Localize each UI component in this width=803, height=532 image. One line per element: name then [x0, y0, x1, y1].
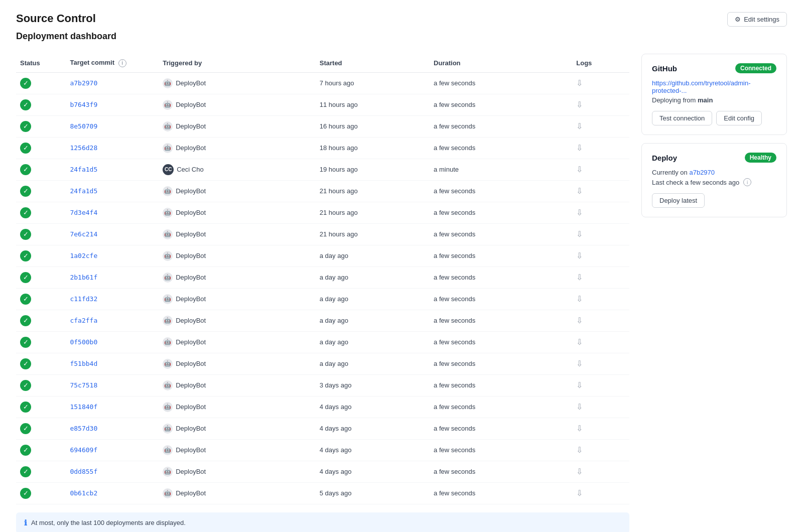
triggered-by-name: DeployBot — [176, 446, 206, 454]
success-icon: ✓ — [20, 423, 31, 434]
section-title: Deployment dashboard — [16, 31, 787, 42]
commit-link[interactable]: c11fd32 — [70, 295, 97, 303]
status-cell: ✓ — [16, 115, 66, 137]
commit-cell: 24fa1d5 — [66, 159, 159, 180]
success-icon: ✓ — [20, 272, 31, 283]
status-cell: ✓ — [16, 137, 66, 159]
commit-cell: e857d30 — [66, 418, 159, 439]
triggered-by-cell: 🤖DeployBot — [159, 202, 316, 223]
deploy-latest-button[interactable]: Deploy latest — [652, 193, 705, 208]
download-log-icon[interactable]: ⇩ — [576, 100, 583, 109]
logs-cell: ⇩ — [572, 267, 629, 288]
download-log-icon[interactable]: ⇩ — [576, 251, 583, 260]
status-cell: ✓ — [16, 418, 66, 439]
table-row: ✓cfa2ffa🤖DeployBota day agoa few seconds… — [16, 310, 629, 331]
download-log-icon[interactable]: ⇩ — [576, 489, 583, 497]
commit-link[interactable]: 1a02cfe — [70, 252, 97, 259]
started-cell: 18 hours ago — [316, 137, 430, 159]
github-repo-link[interactable]: https://github.com/tryretool/admin-prote… — [652, 79, 776, 94]
commit-link[interactable]: 24fa1d5 — [70, 166, 97, 173]
table-row: ✓24fa1d5CCCeci Cho19 hours agoa minute⇩ — [16, 159, 629, 180]
commit-link[interactable]: 7e6c214 — [70, 230, 97, 238]
download-log-icon[interactable]: ⇩ — [576, 79, 583, 87]
download-log-icon[interactable]: ⇩ — [576, 359, 583, 368]
commit-link[interactable]: 694609f — [70, 446, 97, 454]
download-log-icon[interactable]: ⇩ — [576, 273, 583, 282]
commit-link[interactable]: 2b1b61f — [70, 274, 97, 281]
success-icon: ✓ — [20, 445, 31, 456]
started-cell: 21 hours ago — [316, 202, 430, 223]
started-cell: a day ago — [316, 310, 430, 331]
deployments-table: Status Target commit i Triggered by Star… — [16, 54, 629, 504]
commit-link[interactable]: 0b61cb2 — [70, 489, 97, 497]
commit-link[interactable]: a7b2970 — [70, 79, 97, 87]
success-icon: ✓ — [20, 294, 31, 305]
status-cell: ✓ — [16, 72, 66, 94]
download-log-icon[interactable]: ⇩ — [576, 295, 583, 303]
deploy-healthy-badge: Healthy — [745, 153, 776, 163]
table-row: ✓7e6c214🤖DeployBot21 hours agoa few seco… — [16, 223, 629, 245]
download-log-icon[interactable]: ⇩ — [576, 424, 583, 433]
commit-cell: 24fa1d5 — [66, 180, 159, 202]
started-cell: a day ago — [316, 245, 430, 267]
download-log-icon[interactable]: ⇩ — [576, 122, 583, 130]
bot-avatar: 🤖 — [163, 208, 173, 218]
download-log-icon[interactable]: ⇩ — [576, 446, 583, 454]
success-icon: ✓ — [20, 143, 31, 154]
success-icon: ✓ — [20, 229, 31, 240]
commit-link[interactable]: 8e50709 — [70, 122, 97, 130]
download-log-icon[interactable]: ⇩ — [576, 208, 583, 217]
commit-link[interactable]: 7d3e4f4 — [70, 209, 97, 216]
download-log-icon[interactable]: ⇩ — [576, 467, 583, 476]
table-row: ✓151840f🤖DeployBot4 days agoa few second… — [16, 396, 629, 418]
bot-avatar: 🤖 — [163, 445, 173, 455]
download-log-icon[interactable]: ⇩ — [576, 230, 583, 238]
commit-link[interactable]: 0f500b0 — [70, 338, 97, 346]
success-icon: ✓ — [20, 380, 31, 391]
test-connection-button[interactable]: Test connection — [652, 111, 712, 125]
download-log-icon[interactable]: ⇩ — [576, 403, 583, 411]
logs-cell: ⇩ — [572, 353, 629, 374]
commit-link[interactable]: 1256d28 — [70, 144, 97, 152]
download-log-icon[interactable]: ⇩ — [576, 187, 583, 195]
last-check-info-icon[interactable]: i — [743, 178, 751, 186]
duration-cell: a few seconds — [430, 331, 572, 353]
success-icon: ✓ — [20, 250, 31, 261]
download-log-icon[interactable]: ⇩ — [576, 165, 583, 174]
commit-info-icon[interactable]: i — [118, 59, 126, 67]
triggered-by-cell: 🤖DeployBot — [159, 461, 316, 482]
edit-settings-button[interactable]: ⚙ Edit settings — [727, 12, 787, 27]
commit-cell: b7643f9 — [66, 94, 159, 115]
commit-link[interactable]: 0dd855f — [70, 468, 97, 475]
commit-link[interactable]: 24fa1d5 — [70, 187, 97, 195]
download-log-icon[interactable]: ⇩ — [576, 144, 583, 152]
triggered-by-cell: CCCeci Cho — [159, 159, 316, 180]
commit-link[interactable]: 75c7518 — [70, 381, 97, 389]
bot-avatar: 🤖 — [163, 121, 173, 131]
logs-cell: ⇩ — [572, 94, 629, 115]
edit-config-button[interactable]: Edit config — [716, 111, 762, 125]
status-cell: ✓ — [16, 94, 66, 115]
success-icon: ✓ — [20, 402, 31, 413]
col-header-duration: Duration — [430, 54, 572, 72]
current-commit-link[interactable]: a7b2970 — [689, 169, 715, 176]
success-icon: ✓ — [20, 358, 31, 369]
commit-link[interactable]: f51bb4d — [70, 360, 97, 367]
started-cell: a day ago — [316, 353, 430, 374]
commit-link[interactable]: cfa2ffa — [70, 317, 97, 324]
success-icon: ✓ — [20, 186, 31, 197]
success-icon: ✓ — [20, 488, 31, 499]
download-log-icon[interactable]: ⇩ — [576, 381, 583, 389]
commit-link[interactable]: b7643f9 — [70, 101, 97, 108]
status-cell: ✓ — [16, 267, 66, 288]
status-cell: ✓ — [16, 180, 66, 202]
download-log-icon[interactable]: ⇩ — [576, 316, 583, 325]
bot-avatar: 🤖 — [163, 143, 173, 153]
commit-link[interactable]: e857d30 — [70, 425, 97, 432]
commit-link[interactable]: 151840f — [70, 403, 97, 411]
bot-avatar: 🤖 — [163, 402, 173, 412]
bot-avatar: 🤖 — [163, 294, 173, 304]
table-row: ✓24fa1d5🤖DeployBot21 hours agoa few seco… — [16, 180, 629, 202]
download-log-icon[interactable]: ⇩ — [576, 338, 583, 346]
duration-cell: a few seconds — [430, 72, 572, 94]
